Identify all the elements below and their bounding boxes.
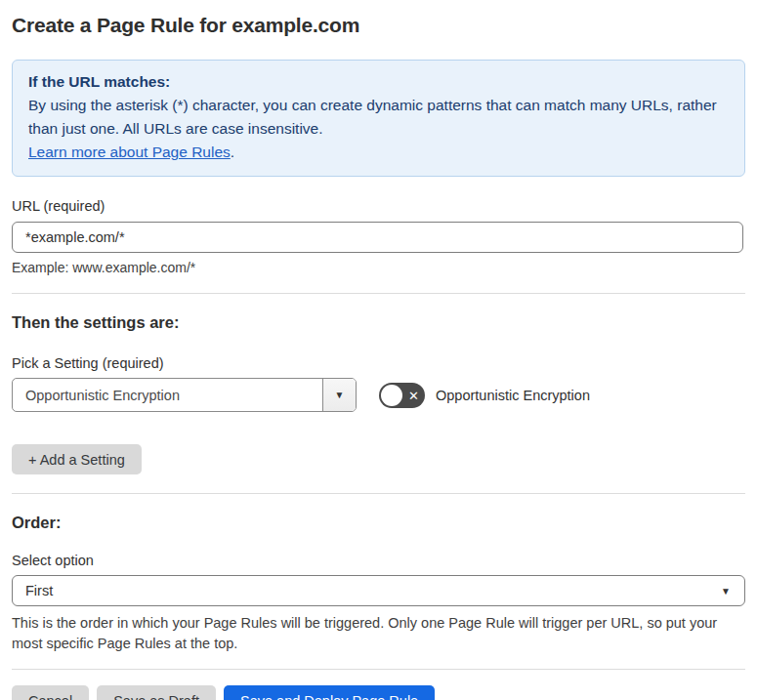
order-select-label: Select option [12, 553, 745, 568]
cancel-button[interactable]: Cancel [12, 685, 89, 700]
add-setting-button[interactable]: + Add a Setting [12, 444, 142, 474]
toggle-label: Opportunistic Encryption [436, 388, 590, 403]
url-matches-info-box: If the URL matches: By using the asteris… [12, 60, 745, 177]
settings-section-heading: Then the settings are: [12, 313, 745, 332]
divider [12, 669, 745, 670]
info-link-suffix: . [231, 144, 234, 160]
setting-dropdown-arrow-button[interactable]: ▼ [322, 379, 356, 411]
toggle-off-x-icon: ✕ [408, 389, 419, 401]
url-example-text: Example: www.example.com/* [12, 260, 745, 275]
info-box-heading: If the URL matches: [28, 70, 729, 94]
url-field-label: URL (required) [12, 198, 745, 214]
select-chevron-icon: ▼ [721, 586, 731, 597]
setting-dropdown[interactable]: Opportunistic Encryption ▼ [12, 378, 357, 412]
order-select-value: First [25, 583, 53, 598]
opportunistic-encryption-toggle[interactable]: ✕ [379, 383, 425, 408]
order-help-text: This is the order in which your Page Rul… [12, 613, 739, 654]
dropdown-arrow-icon: ▼ [335, 390, 345, 400]
info-box-body: By using the asterisk (*) character, you… [28, 94, 729, 141]
pick-setting-label: Pick a Setting (required) [12, 355, 745, 371]
order-select[interactable]: First ▼ [12, 575, 745, 606]
toggle-knob [381, 385, 402, 406]
setting-dropdown-value: Opportunistic Encryption [13, 379, 322, 411]
create-page-rule-panel: Create a Page Rule for example.com If th… [0, 0, 757, 700]
save-and-deploy-button[interactable]: Save and Deploy Page Rule [224, 685, 435, 700]
learn-more-page-rules-link[interactable]: Learn more about Page Rules [28, 144, 231, 160]
save-as-draft-button[interactable]: Save as Draft [97, 685, 216, 700]
divider [12, 493, 745, 494]
url-input[interactable] [12, 222, 743, 253]
info-box-link-line: Learn more about Page Rules. [28, 141, 729, 164]
divider [12, 293, 745, 294]
order-section-heading: Order: [12, 514, 745, 532]
setting-controls-row: Opportunistic Encryption ▼ ✕ Opportunist… [12, 378, 745, 412]
page-title: Create a Page Rule for example.com [12, 14, 745, 37]
form-actions-row: Cancel Save as Draft Save and Deploy Pag… [12, 685, 745, 700]
